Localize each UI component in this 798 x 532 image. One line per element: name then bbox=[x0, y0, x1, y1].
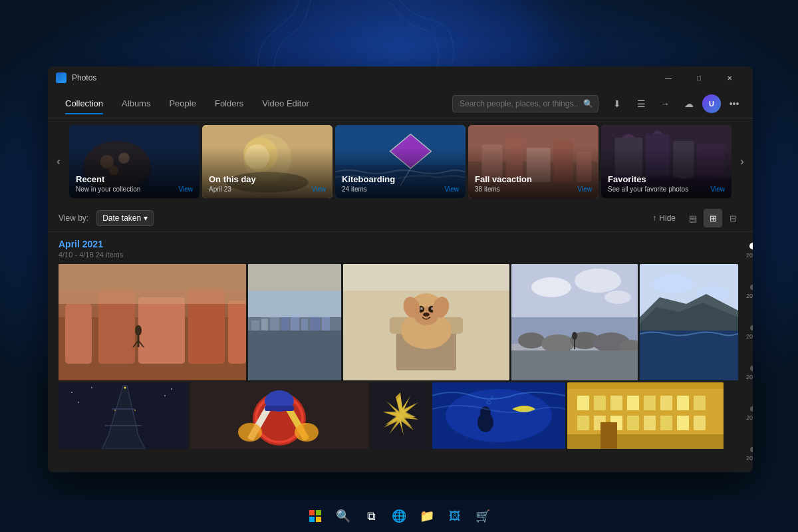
avatar[interactable]: U bbox=[702, 94, 721, 113]
timeline-dot-2020[interactable] bbox=[750, 285, 753, 290]
svg-rect-40 bbox=[228, 301, 246, 364]
svg-rect-146 bbox=[600, 422, 617, 449]
card-kite-title: Kiteboarding bbox=[342, 174, 459, 184]
view-mode-grid-small[interactable]: ⊟ bbox=[724, 209, 742, 227]
timeline-year-2019[interactable]: 2019 bbox=[746, 333, 753, 340]
photo-thumb[interactable] bbox=[59, 264, 246, 380]
timeline-sidebar: 2021 2020 2019 2018 2017 2016 bbox=[743, 239, 753, 466]
cloud-button[interactable]: ☁ bbox=[678, 93, 700, 114]
import-button[interactable]: ⬇ bbox=[606, 93, 628, 114]
minimize-button[interactable]: — bbox=[653, 66, 684, 89]
photo-thumb[interactable] bbox=[640, 264, 738, 380]
svg-rect-49 bbox=[251, 321, 259, 331]
taskbar-taskview[interactable]: ⧉ bbox=[359, 504, 383, 528]
search-bar: 🔍 bbox=[452, 95, 598, 112]
window-controls: — □ ✕ bbox=[653, 66, 745, 89]
timeline-year-2016[interactable]: 2016 bbox=[746, 455, 753, 462]
taskbar: 🔍 ⧉ 🌐 📁 🖼 🛒 bbox=[0, 500, 798, 532]
cards-container: Recent New in your collection View bbox=[69, 125, 732, 198]
timeline-dot-2018[interactable] bbox=[750, 366, 753, 371]
svg-point-78 bbox=[604, 291, 631, 304]
photo-thumb[interactable] bbox=[59, 382, 188, 449]
svg-rect-59 bbox=[248, 264, 341, 291]
viewby-select[interactable]: Date taken ▾ bbox=[96, 210, 154, 226]
svg-rect-75 bbox=[511, 264, 638, 317]
card-recent-view[interactable]: View bbox=[179, 186, 194, 193]
svg-rect-132 bbox=[627, 396, 639, 410]
timeline-dot-2016[interactable] bbox=[750, 447, 753, 452]
card-thisday[interactable]: On this day April 23 View bbox=[202, 125, 332, 198]
next-button[interactable]: › bbox=[732, 125, 753, 198]
card-thisday-content: On this day April 23 View bbox=[202, 169, 332, 198]
card-vacation-view[interactable]: View bbox=[578, 186, 593, 193]
app-title: Photos bbox=[72, 73, 648, 82]
svg-rect-136 bbox=[694, 396, 706, 410]
svg-point-68 bbox=[420, 307, 423, 310]
timeline-dot-2021[interactable] bbox=[749, 243, 753, 249]
photo-thumb[interactable] bbox=[432, 382, 565, 449]
nav-actions: ⬇ ☰ → ☁ U ••• bbox=[606, 93, 745, 114]
card-kite-view[interactable]: View bbox=[445, 186, 460, 193]
svg-rect-129 bbox=[577, 396, 589, 410]
month-title: April 2021 bbox=[59, 239, 738, 249]
photo-thumb[interactable] bbox=[190, 382, 368, 449]
card-favorites[interactable]: Favorites See all your favorite photos V… bbox=[601, 125, 732, 198]
timeline-year-2021[interactable]: 2021 bbox=[746, 252, 753, 259]
main-content: ‹ bbox=[48, 118, 753, 472]
card-vacation[interactable]: Fall vacaction 38 items View bbox=[468, 125, 598, 198]
tab-albums[interactable]: Albums bbox=[112, 93, 160, 114]
hide-button[interactable]: ↑ Hide bbox=[652, 213, 676, 223]
tab-collection[interactable]: Collection bbox=[56, 93, 112, 114]
taskbar-search[interactable]: 🔍 bbox=[331, 504, 355, 528]
svg-point-85 bbox=[572, 332, 577, 340]
photo-thumb[interactable] bbox=[370, 382, 430, 449]
search-input[interactable] bbox=[452, 95, 598, 112]
svg-rect-130 bbox=[594, 396, 606, 410]
slideshow-button[interactable]: → bbox=[654, 93, 676, 114]
photo-thumb[interactable] bbox=[248, 264, 341, 380]
svg-rect-46 bbox=[59, 264, 246, 291]
svg-rect-140 bbox=[627, 416, 639, 430]
svg-rect-55 bbox=[310, 316, 320, 331]
timeline-year-2017[interactable]: 2017 bbox=[746, 414, 753, 421]
card-kite-sub: 24 items View bbox=[342, 186, 459, 193]
svg-point-104 bbox=[91, 387, 92, 388]
svg-point-70 bbox=[423, 313, 430, 317]
timeline-year-2020[interactable]: 2020 bbox=[746, 293, 753, 299]
search-icon[interactable]: 🔍 bbox=[583, 99, 593, 108]
taskbar-photos[interactable]: 🖼 bbox=[443, 504, 467, 528]
prev-button[interactable]: ‹ bbox=[48, 125, 69, 198]
card-thisday-view[interactable]: View bbox=[312, 186, 327, 193]
view-mode-grid-med[interactable]: ⊞ bbox=[704, 209, 722, 227]
nav-bar: Collection Albums People Folders Video E… bbox=[48, 89, 753, 118]
maximize-button[interactable]: □ bbox=[684, 66, 714, 89]
svg-point-114 bbox=[295, 423, 319, 442]
svg-point-113 bbox=[238, 423, 262, 442]
timeline-dot-2019[interactable] bbox=[750, 325, 753, 331]
svg-rect-73 bbox=[343, 264, 509, 291]
svg-rect-148 bbox=[316, 510, 321, 515]
card-favorites-view[interactable]: View bbox=[711, 186, 726, 193]
taskbar-start[interactable] bbox=[303, 504, 327, 528]
svg-rect-38 bbox=[138, 297, 185, 364]
taskbar-files[interactable]: 📁 bbox=[415, 504, 439, 528]
more-button[interactable]: ••• bbox=[724, 93, 745, 114]
timeline-dot-2017[interactable] bbox=[750, 406, 753, 412]
card-recent[interactable]: Recent New in your collection View bbox=[69, 125, 200, 198]
photo-thumb[interactable] bbox=[343, 264, 509, 380]
card-kiteboarding[interactable]: Kiteboarding 24 items View bbox=[335, 125, 466, 198]
tab-folders[interactable]: Folders bbox=[205, 93, 253, 114]
taskbar-edge[interactable]: 🌐 bbox=[387, 504, 411, 528]
photo-area: April 2021 4/10 - 4/18 24 items bbox=[48, 232, 753, 472]
view-mode-list[interactable]: ▤ bbox=[684, 209, 702, 227]
close-button[interactable]: ✕ bbox=[714, 66, 745, 89]
svg-point-76 bbox=[531, 277, 571, 297]
card-thisday-sub: April 23 View bbox=[209, 186, 326, 193]
taskbar-store[interactable]: 🛒 bbox=[471, 504, 495, 528]
filter-button[interactable]: ☰ bbox=[630, 93, 652, 114]
tab-people[interactable]: People bbox=[160, 93, 205, 114]
photo-thumb[interactable] bbox=[511, 264, 638, 380]
timeline-year-2018[interactable]: 2018 bbox=[746, 374, 753, 380]
tab-video-editor[interactable]: Video Editor bbox=[253, 93, 319, 114]
photo-thumb[interactable] bbox=[567, 382, 724, 449]
